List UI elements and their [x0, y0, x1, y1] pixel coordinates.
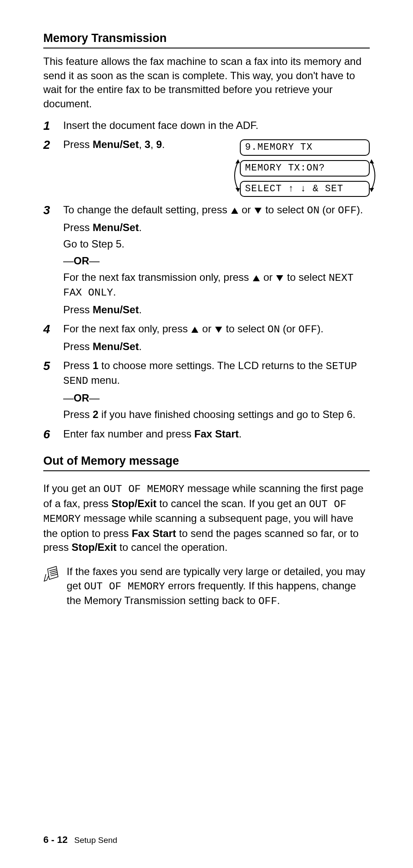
page-number: 6 - 12	[43, 834, 68, 845]
down-arrow-icon	[215, 327, 222, 333]
step-number: 5	[43, 359, 63, 373]
svg-marker-3	[370, 188, 374, 192]
step-text: To change the default setting, press or …	[63, 203, 370, 218]
step-text: Press Menu/Set.	[63, 340, 370, 354]
down-arrow-icon	[255, 208, 261, 214]
step-or: —OR—	[63, 254, 370, 268]
step-text: For the next fax only, press or to selec…	[63, 322, 370, 337]
footer-section: Setup Send	[74, 836, 117, 845]
step-number: 6	[43, 427, 63, 441]
steps-list: 1 Insert the document face down in the A…	[43, 119, 370, 444]
step-number: 1	[43, 119, 63, 133]
step-text: Press Menu/Set.	[63, 303, 370, 317]
note-block: If the faxes you send are typically very…	[43, 565, 370, 608]
step-text: Press 1 to choose more settings. The LCD…	[63, 359, 370, 389]
down-arrow-icon	[276, 275, 283, 281]
step-2: 2 9.MEMORY TX MEMORY TX:ON? SELECT ↑ ↓ &…	[43, 138, 370, 200]
step-or: —OR—	[63, 391, 370, 405]
step-5: 5 Press 1 to choose more settings. The L…	[43, 359, 370, 424]
step-text: Press 2 if you have finished choosing se…	[63, 408, 370, 421]
cycle-arrow-left-icon	[230, 158, 240, 193]
up-arrow-icon	[253, 275, 260, 281]
up-arrow-icon	[191, 327, 198, 333]
page-footer: 6 - 12 Setup Send	[43, 833, 117, 846]
step-number: 3	[43, 203, 63, 217]
note-icon	[43, 565, 62, 584]
lcd-line-3: SELECT ↑ ↓ & SET	[240, 181, 370, 197]
step-1: 1 Insert the document face down in the A…	[43, 119, 370, 135]
section-title-memory-transmission: Memory Transmission	[43, 30, 370, 48]
lcd-line-2: MEMORY TX:ON?	[240, 160, 370, 177]
lcd-display-stack: 9.MEMORY TX MEMORY TX:ON? SELECT ↑ ↓ & S…	[240, 139, 370, 197]
step-text: Press Menu/Set.	[63, 221, 370, 235]
svg-marker-2	[370, 159, 374, 164]
step-3: 3 To change the default setting, press o…	[43, 203, 370, 319]
lcd-line-1: 9.MEMORY TX	[240, 139, 370, 156]
step-6: 6 Enter fax number and press Fax Start.	[43, 427, 370, 444]
svg-marker-0	[236, 159, 240, 164]
step-number: 4	[43, 322, 63, 336]
intro-paragraph: This feature allows the fax machine to s…	[43, 55, 370, 111]
step-text: Go to Step 5.	[63, 237, 370, 251]
step-text: Insert the document face down in the ADF…	[63, 119, 370, 132]
step-text: For the next fax transmission only, pres…	[63, 270, 370, 300]
section-title-out-of-memory: Out of Memory message	[43, 453, 370, 471]
step-4: 4 For the next fax only, press or to sel…	[43, 322, 370, 356]
svg-marker-1	[236, 188, 240, 192]
up-arrow-icon	[231, 208, 238, 214]
cycle-arrow-right-icon	[370, 158, 379, 193]
step-text: Enter fax number and press Fax Start.	[63, 427, 370, 441]
note-text: If the faxes you send are typically very…	[67, 565, 370, 608]
step-number: 2	[43, 138, 63, 152]
paragraph: If you get an OUT OF MEMORY message whil…	[43, 482, 370, 554]
